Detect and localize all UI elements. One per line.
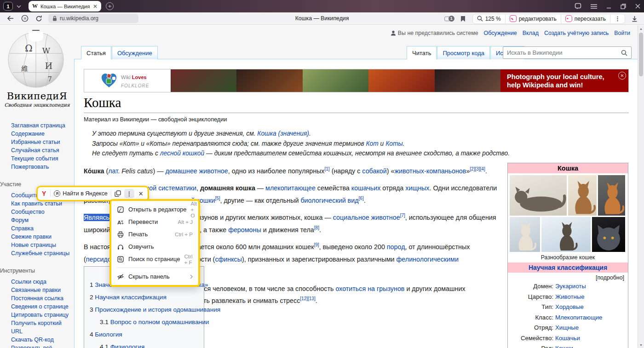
- reference-link[interactable]: [2][3][4]: [470, 166, 485, 171]
- taxonomy-value[interactable]: Млекопитающие: [555, 313, 602, 323]
- minimize-button[interactable]: [606, 4, 611, 9]
- sidebar-link[interactable]: Скачать QR-код: [11, 336, 72, 344]
- toc-link[interactable]: Физиология: [110, 343, 145, 348]
- wiki-search-input[interactable]: [507, 49, 621, 56]
- reference-link[interactable]: [1]: [325, 166, 330, 171]
- protect-tabs-icon[interactable]: 1: [444, 15, 454, 23]
- banner-close-icon[interactable]: ✕: [618, 72, 626, 80]
- sidebar-link[interactable]: Избранные статьи: [11, 138, 72, 146]
- scroll-up-icon[interactable]: ▲: [638, 25, 644, 32]
- popup-close-icon[interactable]: ✕: [138, 190, 144, 197]
- inline-link[interactable]: социальное животное: [333, 214, 400, 221]
- sidebar-link[interactable]: Пожертвовать: [11, 163, 72, 171]
- reference-link[interactable]: [9]: [314, 242, 319, 247]
- menu-item-print[interactable]: ПечатьCtrl + P: [111, 228, 198, 240]
- find-in-yandex-button[interactable]: Я Найти в Яндексе: [54, 190, 107, 197]
- taxonomy-value[interactable]: Хордовые: [555, 302, 584, 313]
- back-icon[interactable]: [6, 15, 14, 23]
- address-bar[interactable]: ru.wikipedia.org: [48, 14, 138, 23]
- inline-link[interactable]: фелинологическими: [397, 256, 459, 263]
- inline-link[interactable]: сфинксы: [215, 256, 242, 263]
- sidebar-link[interactable]: Постоянная ссылка: [11, 294, 72, 302]
- inline-link[interactable]: млекопитающее: [265, 184, 316, 192]
- personal-link[interactable]: Создать учётную запись: [544, 30, 609, 36]
- inline-link[interactable]: охотиться на грызунов: [335, 285, 404, 292]
- wiki-tab-Читать[interactable]: Читать: [407, 46, 437, 59]
- inline-link[interactable]: кошачьих: [351, 184, 381, 192]
- toc-link[interactable]: Происхождение и история одомашнивания: [95, 306, 220, 313]
- toolbar-kebab-button[interactable]: ⋮: [610, 14, 625, 23]
- menu-item-voice[interactable]: Озвучить: [111, 240, 198, 253]
- scrollbar-thumb[interactable]: [639, 33, 643, 76]
- inline-link[interactable]: Коты: [385, 140, 402, 147]
- restore-button[interactable]: [621, 4, 626, 9]
- menu-item-editor[interactable]: Открыть в редактореAlt + O: [111, 203, 198, 216]
- reference-link[interactable]: [5]: [215, 196, 220, 201]
- tab-counter-button[interactable]: 1: [3, 2, 13, 11]
- sidebar-link[interactable]: Содержание: [11, 130, 72, 138]
- yandex-logo-letter[interactable]: Y: [41, 190, 47, 197]
- sidebar-link[interactable]: Текущие события: [11, 154, 72, 163]
- menu-icon[interactable]: [591, 4, 597, 9]
- sidebar-link[interactable]: Форум: [11, 216, 72, 224]
- wiki-tab-Статья[interactable]: Статья: [81, 46, 111, 59]
- inline-link[interactable]: лат.: [108, 167, 120, 175]
- popup-kebab-button[interactable]: ⋮: [124, 189, 134, 198]
- inline-link[interactable]: феромоны: [228, 226, 261, 234]
- inline-link[interactable]: лесной кошкой: [160, 150, 204, 157]
- wlf-banner[interactable]: Wiki Loves FOLKLORE Photograph your loca…: [84, 69, 629, 92]
- sidebar-link[interactable]: Развернуть всё: [11, 344, 72, 348]
- sidebar-link[interactable]: Цитировать страницу: [11, 311, 72, 319]
- sidebar-link[interactable]: Новые страницы: [11, 241, 72, 249]
- tab-close-icon[interactable]: ✕: [93, 4, 98, 9]
- chevron-down-icon[interactable]: [16, 3, 22, 10]
- reference-link[interactable]: [6]: [359, 196, 364, 201]
- toc-link[interactable]: Научная классификация: [95, 294, 166, 301]
- bookmark-icon[interactable]: [459, 15, 467, 23]
- menu-item-hide[interactable]: Скрыть панель: [111, 270, 198, 283]
- taxonomy-value[interactable]: Кошачьи: [555, 333, 580, 344]
- personal-link[interactable]: Вклад: [523, 30, 539, 36]
- retell-button[interactable]: ❝ пересказать: [561, 14, 610, 23]
- reference-link[interactable]: [12][13]: [300, 296, 315, 301]
- taxonomy-value[interactable]: Хищные: [555, 323, 579, 333]
- reference-link[interactable]: [7]: [400, 213, 405, 218]
- dialog-icon[interactable]: [575, 3, 581, 10]
- search-icon[interactable]: [621, 50, 627, 56]
- sidebar-link[interactable]: Сведения о странице: [11, 302, 72, 311]
- taxonomy-value[interactable]: Животные: [555, 292, 585, 302]
- menu-item-find[interactable]: Поиск по страницеCtrl + F: [111, 253, 198, 265]
- inline-link[interactable]: собакой: [362, 167, 386, 175]
- yandex-services-icon[interactable]: Я: [21, 15, 29, 23]
- taxonomy-value[interactable]: Кошки: [555, 343, 573, 348]
- sidebar-link[interactable]: Служебные страницы: [11, 249, 72, 257]
- zoom-control[interactable]: 125 %: [473, 14, 505, 23]
- sidebar-link[interactable]: Сообщество: [11, 208, 72, 216]
- toc-link[interactable]: Вопрос о полном одомашнивании: [110, 319, 209, 325]
- wiki-tab-Обсуждение[interactable]: Обсуждение: [112, 46, 158, 59]
- sidebar-link[interactable]: Случайная статья: [11, 146, 72, 154]
- inline-link[interactable]: пород: [387, 243, 405, 251]
- sidebar-link[interactable]: Связанные правки: [11, 286, 72, 294]
- wikipedia-globe-logo[interactable]: Ω W И 7 維: [6, 30, 66, 90]
- reference-link[interactable]: [8]: [314, 225, 319, 230]
- close-button[interactable]: [635, 4, 640, 9]
- copy-icon[interactable]: [115, 190, 121, 197]
- toc-link[interactable]: Биология: [95, 331, 122, 338]
- taxonomy-value[interactable]: Эукариоты: [555, 281, 586, 292]
- scrollbar[interactable]: ▲ ▼: [638, 25, 644, 348]
- sidebar-link[interactable]: Свежие правки: [11, 233, 72, 241]
- new-tab-button[interactable]: +: [106, 2, 114, 10]
- menu-item-translate[interactable]: AжПеревестиAlt + J: [111, 216, 198, 228]
- inline-link[interactable]: домашнее животное: [165, 167, 228, 175]
- inline-link[interactable]: биологический вид: [300, 197, 358, 204]
- scroll-down-icon[interactable]: ▼: [638, 342, 644, 348]
- sidebar-link[interactable]: Справка: [11, 224, 72, 233]
- sidebar-link[interactable]: Ссылки сюда: [11, 278, 72, 286]
- personal-link[interactable]: Обсуждение: [484, 30, 517, 36]
- wiki-tab-Просмотр кода[interactable]: Просмотр кода: [437, 46, 490, 59]
- edit-button[interactable]: ✎ редактировать: [505, 14, 561, 23]
- inline-link[interactable]: Кошка (значения): [257, 130, 309, 137]
- downloads-icon[interactable]: [631, 15, 638, 23]
- details-link[interactable]: [подробно]: [508, 273, 628, 281]
